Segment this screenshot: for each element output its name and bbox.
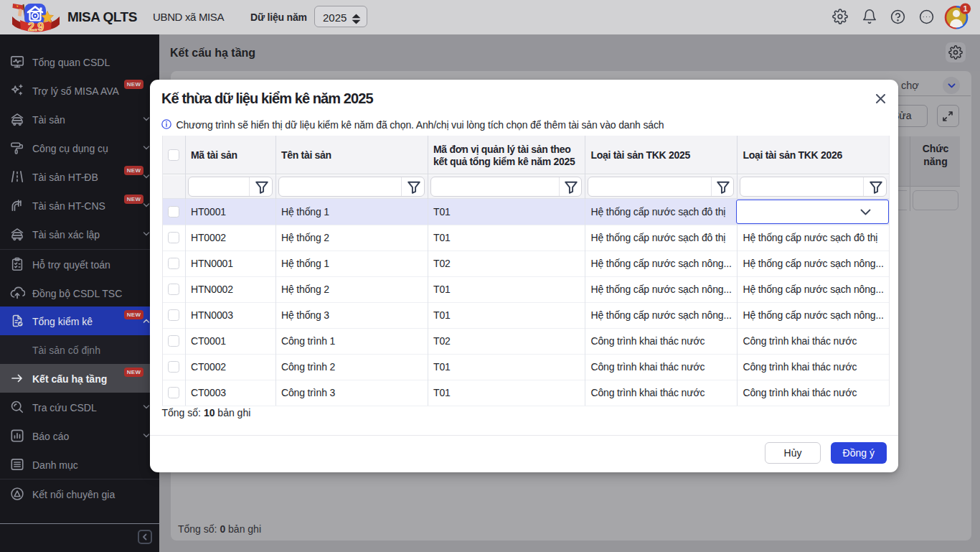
svg-text:2.9: 2.9 bbox=[28, 21, 44, 33]
svg-text:1: 1 bbox=[963, 4, 967, 13]
